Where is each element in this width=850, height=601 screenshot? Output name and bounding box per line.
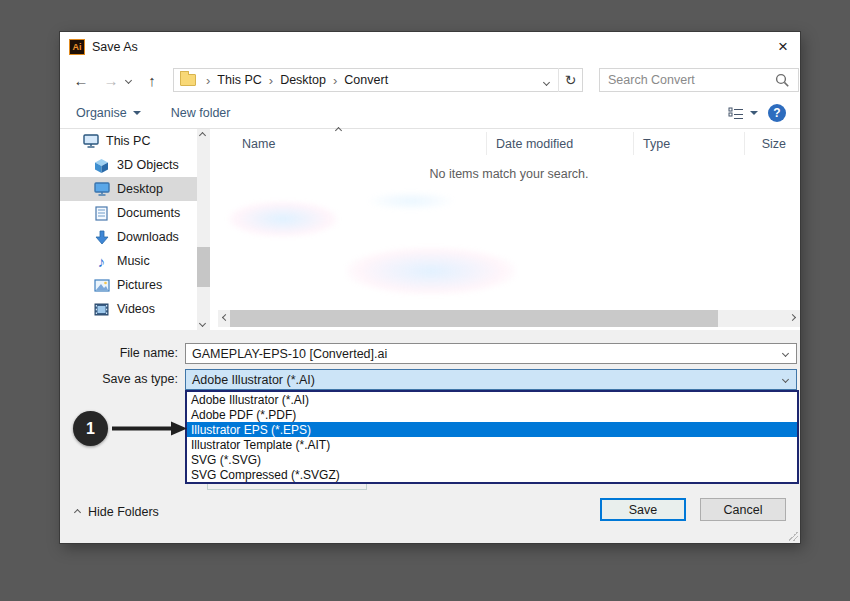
option-adobe-illustrator[interactable]: Adobe Illustrator (*.AI)	[187, 392, 797, 407]
help-icon[interactable]: ?	[768, 104, 786, 122]
save-as-type-chevron-icon[interactable]	[782, 376, 789, 383]
empty-results-message: No items match your search.	[218, 167, 800, 181]
organise-caret-icon	[133, 111, 141, 115]
sidebar-item-label: Downloads	[117, 230, 179, 244]
horizontal-scrollbar[interactable]	[218, 310, 800, 327]
breadcrumb-desktop[interactable]: Desktop	[276, 73, 330, 87]
new-folder-button[interactable]: New folder	[171, 106, 231, 120]
save-as-type-combo[interactable]: Adobe Illustrator (*.AI)	[185, 369, 797, 390]
back-icon[interactable]: ←	[68, 72, 94, 89]
option-adobe-pdf[interactable]: Adobe PDF (*.PDF)	[187, 407, 797, 422]
chevron-up-icon	[74, 508, 81, 515]
new-folder-label: New folder	[171, 106, 231, 120]
sidebar-item-downloads[interactable]: Downloads	[60, 225, 197, 249]
title-bar: Ai Save As ×	[60, 32, 800, 62]
file-name-label: File name:	[120, 346, 178, 360]
command-toolbar: Organise New folder ?	[60, 98, 800, 129]
videos-icon	[93, 302, 110, 317]
dialog-content: This PC 3D Objects Desktop Documents	[60, 129, 800, 330]
sidebar-item-this-pc[interactable]: This PC	[60, 129, 197, 153]
address-dropdown-chevron-icon[interactable]	[535, 71, 558, 89]
column-header-date-modified[interactable]: Date modified	[487, 132, 634, 155]
breadcrumb-separator: ›	[330, 73, 340, 88]
breadcrumb-this-pc[interactable]: This PC	[213, 73, 265, 87]
navigation-sidebar: This PC 3D Objects Desktop Documents	[60, 129, 197, 330]
hide-folders-label: Hide Folders	[88, 505, 159, 519]
cancel-button[interactable]: Cancel	[700, 498, 786, 521]
address-bar[interactable]: › This PC › Desktop › Convert ↻	[173, 68, 583, 92]
file-name-combo	[185, 343, 797, 364]
up-icon[interactable]: ↑	[139, 72, 165, 89]
breadcrumb-convert[interactable]: Convert	[340, 73, 392, 87]
3d-objects-icon	[93, 158, 110, 173]
save-as-type-label: Save as type:	[102, 372, 178, 386]
sidebar-scrollbar[interactable]	[197, 129, 210, 330]
save-button[interactable]: Save	[600, 498, 686, 521]
scroll-up-icon[interactable]	[199, 132, 206, 139]
option-illustrator-eps[interactable]: Illustrator EPS (*.EPS)	[187, 422, 797, 437]
scroll-down-icon[interactable]	[199, 320, 206, 327]
sidebar-item-label: Music	[117, 254, 150, 268]
organise-button[interactable]: Organise	[76, 106, 141, 120]
annotation-arrow-icon	[112, 420, 188, 437]
save-form: File name: Save as type: Adobe Illustrat…	[60, 330, 800, 490]
navigation-bar: ← → ↑ › This PC › Desktop › Convert ↻	[60, 62, 800, 98]
forward-icon[interactable]: →	[98, 72, 124, 89]
illustrator-app-icon: Ai	[69, 39, 85, 55]
file-name-chevron-icon[interactable]	[782, 350, 789, 357]
watermark-artifact	[228, 201, 338, 237]
file-type-dropdown-list: Adobe Illustrator (*.AI) Adobe PDF (*.PD…	[185, 390, 799, 484]
column-header-size[interactable]: Size	[745, 132, 800, 155]
desktop-icon	[93, 182, 110, 197]
folder-icon	[180, 74, 196, 86]
save-as-type-value: Adobe Illustrator (*.AI)	[186, 373, 783, 387]
scroll-right-icon[interactable]	[789, 314, 796, 321]
sidebar-item-desktop[interactable]: Desktop	[60, 177, 197, 201]
column-header-type[interactable]: Type	[634, 132, 745, 155]
file-name-input[interactable]	[186, 347, 783, 361]
view-mode-button[interactable]	[728, 107, 758, 120]
music-icon: ♪	[93, 254, 110, 269]
documents-icon	[93, 206, 110, 221]
sidebar-item-label: Videos	[117, 302, 155, 316]
pictures-icon	[93, 278, 110, 293]
organise-label: Organise	[76, 106, 127, 120]
sort-ascending-icon	[335, 127, 342, 134]
sidebar-item-label: 3D Objects	[117, 158, 179, 172]
column-header-name[interactable]: Name	[218, 132, 487, 155]
sidebar-scrollbar-thumb[interactable]	[197, 247, 210, 287]
scroll-left-icon[interactable]	[222, 314, 229, 321]
sidebar-item-music[interactable]: ♪ Music	[60, 249, 197, 273]
step-number-badge: 1	[73, 411, 108, 446]
sidebar-item-3d-objects[interactable]: 3D Objects	[60, 153, 197, 177]
list-view-icon	[728, 107, 744, 120]
search-box	[599, 68, 799, 92]
watermark-artifact	[366, 191, 456, 211]
option-svg[interactable]: SVG (*.SVG)	[187, 452, 797, 467]
window-title: Save As	[92, 40, 138, 54]
search-input[interactable]	[600, 69, 770, 91]
option-svg-compressed[interactable]: SVG Compressed (*.SVGZ)	[187, 467, 797, 482]
sidebar-item-pictures[interactable]: Pictures	[60, 273, 197, 297]
horizontal-scrollbar-thumb[interactable]	[230, 310, 718, 327]
sidebar-item-videos[interactable]: Videos	[60, 297, 197, 321]
save-as-dialog: Ai Save As × ← → ↑ › This PC › Desktop ›…	[60, 32, 800, 543]
breadcrumb-separator: ›	[266, 73, 276, 88]
history-chevron-icon[interactable]	[125, 76, 132, 83]
sidebar-item-label: This PC	[106, 134, 150, 148]
sidebar-item-documents[interactable]: Documents	[60, 201, 197, 225]
hide-folders-button[interactable]: Hide Folders	[75, 505, 159, 519]
pc-icon	[82, 134, 99, 149]
refresh-icon[interactable]: ↻	[558, 68, 582, 92]
breadcrumb-separator: ›	[203, 73, 213, 88]
sidebar-item-label: Pictures	[117, 278, 162, 292]
dialog-footer: Hide Folders Save Cancel	[60, 490, 800, 543]
file-list: Name Date modified Type Size No items ma…	[218, 129, 800, 330]
close-icon[interactable]: ×	[766, 32, 800, 62]
watermark-artifact	[346, 247, 516, 295]
sidebar-item-label: Desktop	[117, 182, 163, 196]
column-header-row: Name Date modified Type Size	[218, 132, 800, 155]
option-illustrator-template[interactable]: Illustrator Template (*.AIT)	[187, 437, 797, 452]
downloads-icon	[93, 230, 110, 245]
resize-grip[interactable]	[788, 531, 798, 541]
